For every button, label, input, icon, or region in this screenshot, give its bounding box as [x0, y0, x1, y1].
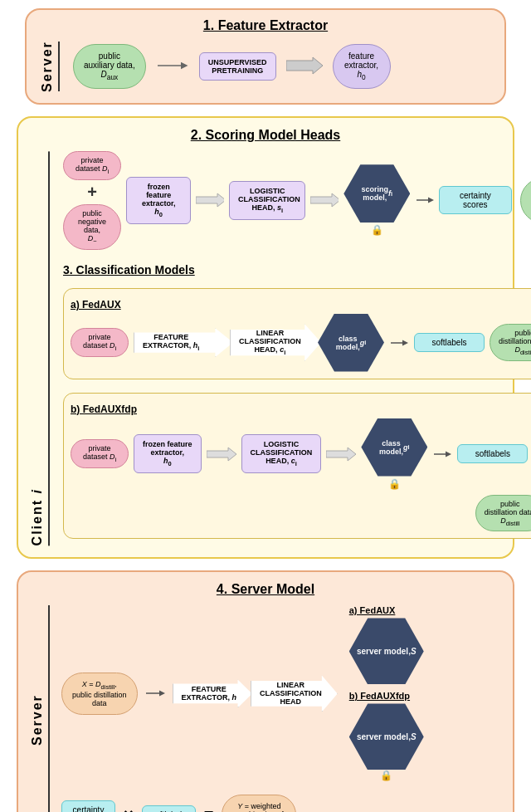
arrow-s1	[156, 58, 189, 73]
arrow-fdp	[207, 447, 236, 462]
logistic-head-fdp: LOGISTICCLASSIFICATIONHEAD, ci	[241, 434, 322, 473]
fedaux-label-s4: a) FedAUX	[349, 605, 424, 615]
x-data-cloud: X = Ddistill,public distillationdata	[61, 673, 138, 715]
section4-container: 4. Server Model Server X = Ddistill,publ…	[17, 570, 514, 812]
arrow-fdp3	[432, 448, 452, 460]
section1-title: 1. Feature Extractor	[40, 18, 491, 33]
linear-head-fedaux: LINEARCLASSIFICATIONHEAD, ci	[239, 329, 301, 356]
distill-cloud-fdp: publicdistillation data,Ddistill	[475, 495, 531, 532]
lock-icon-fdp: 🔒	[388, 478, 401, 490]
client-label: Client i	[30, 151, 50, 545]
private-dataset-fedauxfdp: privatedataset Di	[71, 439, 129, 468]
fedauxfdp-label-s4: b) FedAUXfdp	[349, 691, 424, 701]
times-sign-s4: ×	[124, 805, 134, 812]
arrow-s2b	[310, 193, 339, 208]
server-model-a: server model,S	[349, 618, 424, 684]
svg-marker-3	[310, 193, 339, 207]
plus-sign-s2: +	[87, 183, 97, 202]
softlabels-s4: softlabels	[142, 805, 196, 812]
y-cloud-s4: Y = weightedcombination ofsoftlabels	[222, 795, 296, 812]
lock-icon-s2: 🔒	[371, 224, 383, 236]
server-model-b: server model,S	[349, 703, 424, 770]
feature-extractor-s4: FEATUREEXTRACTOR, h	[173, 679, 252, 707]
section4-title: 4. Server Model	[30, 582, 501, 597]
frozen-extractor-box: frozen featureextractor,h0	[126, 177, 191, 224]
server-label-s1: Server	[40, 42, 60, 91]
distill-cloud-s2: publicdistillation data,Ddistill	[520, 178, 531, 223]
server-label-s4: Server	[30, 605, 50, 812]
arrow-s4a	[144, 687, 166, 699]
class-model-fedaux: classmodel, gi	[318, 314, 384, 372]
svg-marker-6	[207, 448, 236, 461]
frozen-extractor-fdp: frozen featureextractor,h0	[134, 434, 202, 473]
softlabels-fedaux: softlabels	[414, 333, 485, 352]
fedauxfdp-box: b) FedAUXfdp privatedataset Di frozen fe…	[63, 393, 531, 540]
arrow-s2c	[415, 194, 434, 206]
negative-data-cloud: publicnegative data,D−	[63, 204, 121, 250]
section2-container: 2. Scoring Model Heads Client i privated…	[17, 116, 514, 559]
feature-extractor-fedaux: FEATUREEXTRACTOR, hi	[143, 333, 199, 352]
arrow-fedaux	[389, 337, 409, 349]
certainty-scores-box: certainty scores	[439, 186, 512, 214]
section3-title: 3. Classification Models	[63, 263, 531, 276]
scoring-model-hex: scoringmodel, fi	[343, 164, 410, 223]
fedaux-box: a) FedAUX privatedataset Di FEATUREEXTRA…	[63, 288, 531, 379]
unsupervised-pretraining-box: UNSUPERVISED PRETRAINING	[199, 52, 276, 81]
fedauxfdp-label: b) FedAUXfdp	[71, 404, 531, 415]
lock-icon-s4: 🔒	[380, 770, 392, 781]
section1-container: 1. Feature Extractor Server public auxil…	[25, 8, 506, 105]
svg-marker-7	[326, 448, 356, 461]
svg-marker-1	[286, 57, 323, 74]
fedaux-label: a) FedAUX	[71, 299, 531, 311]
arrow-s2a	[196, 193, 224, 208]
svg-marker-2	[196, 193, 224, 207]
section2-title: 2. Scoring Model Heads	[30, 128, 501, 143]
aux-data-cloud: public auxiliary data, Daux	[73, 44, 146, 89]
feature-extractor-cloud: feature extractor, h0	[333, 44, 391, 89]
class-model-fdp: classmodel, gi	[361, 418, 427, 477]
equals-sign-s4: =	[204, 805, 214, 812]
distill-cloud-fedaux: publicdistillation data,Ddistill	[490, 324, 531, 361]
private-dataset-cloud-s2: privatedataset Di	[63, 151, 121, 180]
arrow-s1b	[286, 56, 323, 75]
logistic-head-box: LOGISTICCLASSIFICATIONHEAD, si	[229, 181, 305, 220]
certainty-scores-s4: certaintyscores	[61, 800, 115, 812]
softlabels-fdp: softlabels	[457, 444, 528, 463]
arrow-fdp2	[326, 447, 356, 462]
linear-head-s4: LINEARCLASSIFICATIONHEAD	[251, 675, 338, 712]
private-dataset-fedaux: privatedataset Di	[71, 328, 129, 357]
